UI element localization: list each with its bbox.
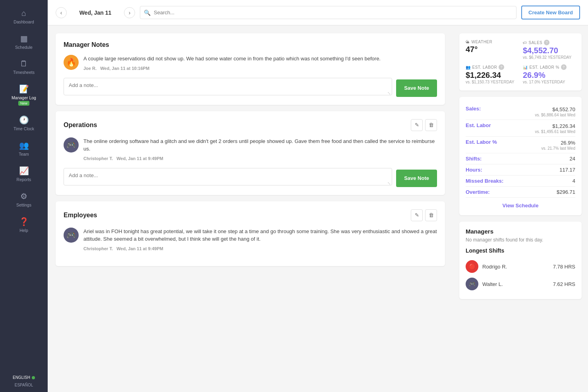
est-labor-compare: vs. $1,150.73 YESTERDAY [466, 80, 518, 84]
metric-value-group-est-labor-pct: 26.9% vs. 21.7% last Wed [542, 139, 575, 151]
operations-header: Operations ✎ 🗑 [64, 119, 437, 131]
left-column: Manager Notes 🔥 A couple large reservati… [48, 25, 453, 392]
metric-compare-sales: vs. $6,886.64 last Wed [535, 113, 575, 117]
shift-hrs-rodrigo: 7.78 HRS [553, 264, 575, 270]
managers-section: Managers No manager shifts found for thi… [459, 222, 582, 299]
sidebar-item-label: Manager Log [12, 95, 36, 100]
employees-title: Employees [64, 212, 97, 219]
est-labor-value: $1,226.34 [466, 71, 518, 80]
sidebar-item-timesheets[interactable]: 🗒 Timesheets [0, 54, 48, 79]
employees-edit-button[interactable]: ✎ [411, 209, 423, 221]
sidebar-item-manager-log[interactable]: 📝 Manager Log New [0, 79, 48, 110]
shift-name-rodrigo: Rodrigo R. [482, 264, 549, 270]
est-labor-help-icon[interactable]: ? [499, 64, 504, 70]
view-schedule-link[interactable]: View Schedule [503, 203, 539, 209]
lang-english[interactable]: ENGLISH [3, 374, 44, 381]
sales-help-icon[interactable]: ? [544, 40, 549, 45]
metric-value-shifts: 24 [570, 156, 575, 162]
top-bar: ‹ Wed, Jan 11 › 🔍 Create New Board [48, 0, 588, 25]
operations-edit-button[interactable]: ✎ [411, 119, 423, 131]
sidebar-item-label: Team [19, 152, 29, 156]
metric-row-est-labor: Est. Labor $1,226.34 vs. $1,495.61 last … [466, 120, 575, 137]
weather-value: 47° [466, 45, 518, 54]
manager-notes-save-button[interactable]: Save Note [396, 79, 437, 97]
metric-value-est-labor-pct: 26.9% [561, 140, 575, 146]
time-clock-icon: 🕐 [19, 115, 29, 125]
help-icon: ❓ [19, 217, 29, 226]
sidebar-item-settings[interactable]: ⚙ Settings [0, 187, 48, 212]
sidebar-item-label: Settings [16, 203, 31, 207]
shift-row-walter: 🎮 Walter L. 7.62 HRS [466, 275, 575, 293]
sidebar-item-label: Timesheets [13, 70, 35, 75]
operations-note-input[interactable] [64, 168, 392, 185]
manager-note-input[interactable] [64, 78, 392, 95]
right-column: 🌥 WEATHER 47° 🏷 SALES ? $4,552.70 vs. $6… [453, 25, 588, 392]
est-labor-pct-stat: 📊 EST. LABOR % ? 26.9% vs. 17.0% YESTERD… [523, 64, 575, 84]
operations-card: Operations ✎ 🗑 🎮 The online ordering sof… [56, 111, 445, 195]
metric-name-hours: Hours: [466, 167, 482, 173]
joe-avatar: 🔥 [64, 55, 79, 70]
est-labor-pct-value: 26.9% [523, 71, 575, 80]
sales-stat: 🏷 SALES ? $4,552.70 vs. $6,749.32 YESTER… [523, 40, 575, 60]
weather-label: 🌥 WEATHER [466, 40, 518, 44]
operations-input-area: ⤡ Save Note [64, 168, 437, 187]
manager-note-meta: Joe R. Wed, Jan 11 at 10:16PM [83, 66, 149, 71]
sidebar-item-dashboard[interactable]: ⌂ Dashboard [0, 4, 48, 29]
est-labor-pct-help-icon[interactable]: ? [561, 64, 567, 70]
weather-icon: 🌥 [466, 40, 470, 44]
sales-icon: 🏷 [523, 41, 527, 45]
metrics-table: Sales: $4,552.70 vs. $6,886.64 last Wed … [459, 97, 582, 215]
content-area: Manager Notes 🔥 A couple large reservati… [48, 25, 588, 392]
manager-notes-title: Manager Notes [64, 41, 109, 48]
manager-note-entry: 🔥 A couple large reservations did not sh… [64, 55, 437, 71]
operations-note-entry: 🎮 The online ordering software had a gli… [64, 137, 437, 162]
metric-compare-est-labor-pct: vs. 21.7% last Wed [542, 146, 575, 151]
metric-value-est-labor: $1,226.34 [552, 123, 575, 129]
metric-value-overtime: $296.71 [557, 189, 575, 195]
sidebar-item-reports[interactable]: 📈 Reports [0, 161, 48, 187]
bar-chart-icon: 📊 [523, 65, 528, 70]
metric-row-est-labor-pct: Est. Labor % 26.9% vs. 21.7% last Wed [466, 137, 575, 153]
metric-row-sales: Sales: $4,552.70 vs. $6,886.64 last Wed [466, 103, 575, 120]
employees-note-meta: Christopher T. Wed, Jan 11 at 9:49PM [83, 246, 163, 251]
weather-stat: 🌥 WEATHER 47° [466, 40, 518, 60]
manager-note-text: A couple large reservations did not show… [83, 55, 381, 63]
shift-row-rodrigo: 🔴 Rodrigo R. 7.78 HRS [466, 258, 575, 275]
main-content: ‹ Wed, Jan 11 › 🔍 Create New Board Manag… [48, 0, 588, 392]
walter-avatar: 🎮 [466, 278, 478, 290]
create-board-button[interactable]: Create New Board [521, 6, 580, 19]
operations-save-button[interactable]: Save Note [396, 170, 437, 187]
est-labor-label: 👥 EST. LABOR ? [466, 64, 518, 70]
shift-hrs-walter: 7.62 HRS [553, 281, 575, 287]
sales-label: 🏷 SALES ? [523, 40, 575, 45]
employees-delete-button[interactable]: 🗑 [425, 209, 437, 221]
sidebar-item-team[interactable]: 👥 Team [0, 136, 48, 161]
managers-title: Managers [466, 228, 575, 235]
christopher-avatar-emp: 🎮 [64, 228, 79, 243]
sidebar-item-schedule[interactable]: ▦ Schedule [0, 29, 48, 54]
metric-name-missed-breaks: Missed Breaks: [466, 178, 503, 184]
operations-delete-button[interactable]: 🗑 [425, 119, 437, 131]
metric-name-overtime: Overtime: [466, 189, 490, 195]
lang-spanish[interactable]: ESPAÑOL [3, 381, 44, 389]
resize-handle-ops: ⤡ [387, 181, 391, 185]
operations-note-text: The online ordering software had a glitc… [83, 137, 437, 153]
active-lang-indicator [32, 376, 35, 379]
operations-note-input-wrap: ⤡ [64, 168, 392, 187]
longest-shifts-title: Longest Shifts [466, 247, 575, 254]
sidebar-item-label: Schedule [15, 45, 33, 50]
search-input[interactable] [140, 6, 516, 19]
employees-header: Employees ✎ 🗑 [64, 209, 437, 221]
search-wrap: 🔍 [140, 6, 516, 19]
prev-date-button[interactable]: ‹ [56, 7, 67, 18]
sidebar-item-help[interactable]: ❓ Help [0, 212, 48, 238]
metric-row-missed-breaks: Missed Breaks: 4 [466, 176, 575, 187]
metric-row-shifts: Shifts: 24 [466, 153, 575, 164]
metric-name-shifts: Shifts: [466, 156, 482, 162]
sidebar-item-time-clock[interactable]: 🕐 Time Clock [0, 110, 48, 136]
next-date-button[interactable]: › [124, 7, 135, 18]
lang-english-label: ENGLISH [13, 375, 30, 380]
employees-card: Employees ✎ 🗑 🎮 Ariel was in FOH tonight… [56, 201, 445, 266]
search-icon: 🔍 [144, 10, 151, 16]
timesheets-icon: 🗒 [20, 59, 28, 68]
